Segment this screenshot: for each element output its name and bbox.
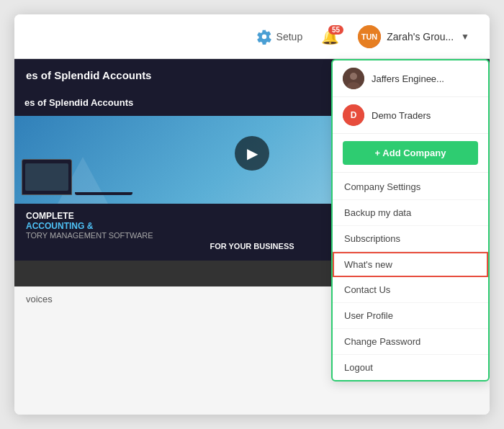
jaffers-avatar [343, 68, 364, 89]
chevron-down-icon: ▼ [461, 32, 469, 42]
setup-label: Setup [276, 31, 303, 42]
navbar: Setup 🔔 55 TUN Zarah's Grou... ▼ [14, 14, 490, 59]
demo-name: Demo Traders [372, 110, 431, 121]
menu-divider [333, 172, 488, 173]
jaffers-name: Jaffers Enginee... [372, 73, 444, 84]
add-company-label: + Add Company [375, 148, 446, 158]
laptop-graphic [22, 159, 132, 195]
main-content: es of Splendid Accounts es of Splendid A… [14, 59, 490, 415]
app-window: Setup 🔔 55 TUN Zarah's Grou... ▼ es of S… [14, 14, 490, 415]
company-item-jaffers[interactable]: Jaffers Enginee... [333, 60, 488, 97]
gear-icon [256, 29, 272, 45]
menu-item-user-profile[interactable]: User Profile [333, 303, 488, 329]
company-selector[interactable]: TUN Zarah's Grou... ▼ [351, 21, 477, 53]
company-avatar: TUN [358, 25, 381, 48]
menu-item-contact-us[interactable]: Contact Us [333, 277, 488, 303]
svg-text:D: D [351, 110, 357, 120]
company-name: Zarah's Grou... [387, 31, 454, 42]
svg-point-3 [350, 73, 357, 80]
menu-item-subscriptions[interactable]: Subscriptions [333, 226, 488, 252]
notification-badge: 55 [328, 25, 343, 35]
menu-item-company-settings[interactable]: Company Settings [333, 174, 488, 200]
setup-button[interactable]: Setup [249, 24, 310, 49]
svg-text:TUN: TUN [361, 32, 378, 41]
demo-avatar: D [343, 104, 364, 126]
company-item-demo[interactable]: D Demo Traders [333, 97, 488, 134]
play-button[interactable]: ▶ [235, 136, 269, 171]
menu-item-backup[interactable]: Backup my data [333, 200, 488, 226]
menu-item-whats-new[interactable]: What's new [333, 252, 488, 277]
menu-item-change-password[interactable]: Change Password [333, 329, 488, 355]
dropdown-menu: Jaffers Enginee... D Demo Traders + Add … [331, 59, 490, 381]
add-company-button[interactable]: + Add Company [343, 141, 478, 165]
bell-button[interactable]: 🔔 55 [317, 24, 343, 50]
menu-item-logout[interactable]: Logout [333, 355, 488, 380]
